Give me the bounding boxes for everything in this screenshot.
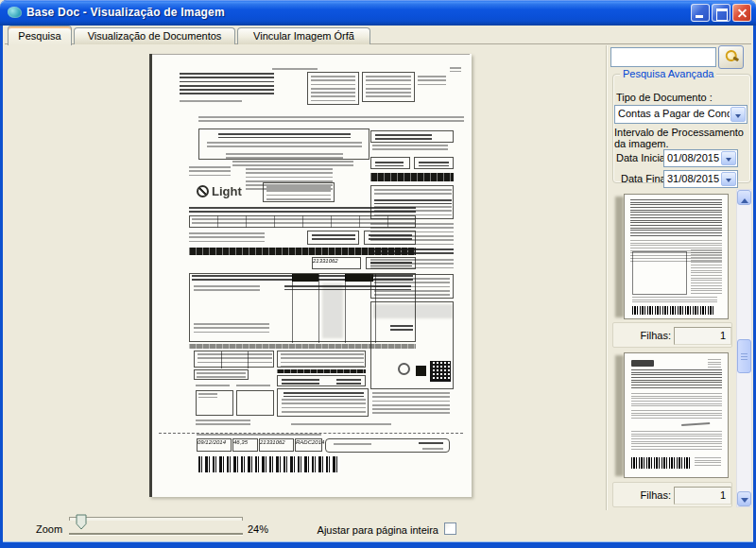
start-date-picker[interactable]: 01/08/2015 [663,149,738,167]
bill-amount-box: 46,35 [232,438,258,452]
signature-mark [681,419,710,426]
scan-box [277,375,366,386]
chevron-down-icon [726,179,731,185]
scan-mark [372,145,448,153]
bill-due-date-box: 09/12/2014 [197,438,232,452]
bill-meter-box: 21331062 [259,438,294,452]
chevron-down-icon [726,158,731,164]
start-date-dropdown-button[interactable] [721,151,736,165]
scan-mark [189,232,265,244]
scan-mark [630,199,722,237]
scan-edge [149,54,152,497]
search-input[interactable] [610,47,716,67]
scan-band [277,369,366,373]
scan-table [194,351,274,368]
barcode [631,457,690,469]
scan-box [196,390,233,416]
light-logo-icon [197,185,209,197]
thumbnail-scrollbar-track[interactable] [736,189,752,507]
scroll-down-button[interactable] [737,491,751,506]
title-bar: Base Doc - Visualização de Imagem [0,0,756,26]
zoom-percent: 24% [248,523,268,535]
thumbnail-2[interactable] [624,352,729,478]
zoom-label: Zoom [36,523,62,535]
scan-mark [632,297,717,302]
arrow-up-icon [741,195,748,203]
scan-mark [291,423,391,426]
scan-mark [691,249,722,295]
scan-mark [372,392,450,415]
app-icon [8,7,22,18]
scan-mark [180,73,274,97]
tab-vincular-imagem-orfa[interactable]: Vincular Imagem Órfã [237,27,370,44]
application-window: Base Doc - Visualização de Imagem Pesqui… [0,0,756,548]
scan-box [632,251,687,295]
scan-mark [236,385,270,388]
thumbnail-shadow [615,197,624,317]
scan-box [277,388,369,417]
filhas-field-2[interactable]: 1 [674,487,731,505]
scan-mark [197,434,321,437]
scan-box [370,301,454,389]
chevron-down-icon [735,114,741,121]
scan-mark [272,68,318,71]
scan-box [370,157,410,169]
scan-box [325,438,450,453]
doc-type-select[interactable]: Contas a Pagar de Condomín [614,105,747,124]
search-icon [723,48,739,64]
scroll-up-button[interactable] [737,190,751,205]
zoom-slider-baseline [69,533,243,535]
fit-page-checkbox[interactable] [444,522,456,535]
end-date-value: 31/08/2015 [667,173,720,184]
barcode [198,456,340,472]
window-title: Base Doc - Visualização de Imagem [26,6,225,19]
meter-number-box: 21331062 [312,257,361,269]
thumbnail-shadow [615,355,624,476]
bill-code-box: RADC2014 [295,438,322,452]
scan-box [370,185,454,219]
filhas-panel-1: Filhas: 1 [612,322,732,348]
scan-mark [196,385,230,388]
search-button[interactable] [718,45,744,69]
doc-type-label: Tipo de Documento : [616,92,713,103]
scan-box [307,72,359,105]
start-date-value: 01/08/2015 [667,152,720,163]
arrow-down-icon [741,498,748,506]
scan-box [362,72,415,102]
scroll-thumb[interactable] [737,339,751,373]
tab-visualizacao-de-documentos[interactable]: Visualização de Documentos [74,27,235,44]
filhas-label-2: Filhas: [614,489,671,501]
document-scan-preview: Light 21331062 [149,54,472,497]
qr-code [430,361,451,382]
tab-pesquisa[interactable]: Pesquisa [8,26,72,45]
scan-mark [196,420,250,425]
due-date-band [370,173,454,181]
close-button[interactable] [732,4,751,22]
doc-type-dropdown-button[interactable] [730,107,746,122]
scan-mark [198,116,464,125]
scan-edge [152,54,470,55]
scan-mark [418,76,446,86]
scan-mark [370,259,454,271]
barcode [632,306,713,315]
scan-mark [631,393,722,406]
advanced-search-title: Pesquisa Avançada [620,68,716,79]
scan-box [194,369,249,380]
scan-box [414,157,454,169]
end-date-dropdown-button[interactable] [721,172,736,186]
scan-box [236,390,274,416]
minimize-button[interactable] [691,4,710,22]
filhas-field-1[interactable]: 1 [674,327,731,345]
scan-box [263,182,335,202]
scan-mark [708,359,721,368]
panel-divider [606,45,607,510]
thumbnail-1[interactable] [624,194,729,319]
zoom-slider-track[interactable] [69,517,243,521]
maximize-button[interactable] [712,4,730,22]
filhas-panel-2: Filhas: 1 [612,482,732,507]
scan-mark [631,369,722,390]
zoom-slider-thumb[interactable] [76,514,87,530]
end-date-picker[interactable]: 31/08/2015 [663,170,738,188]
scan-mark [180,100,242,103]
light-logo-text: Light [212,184,242,198]
